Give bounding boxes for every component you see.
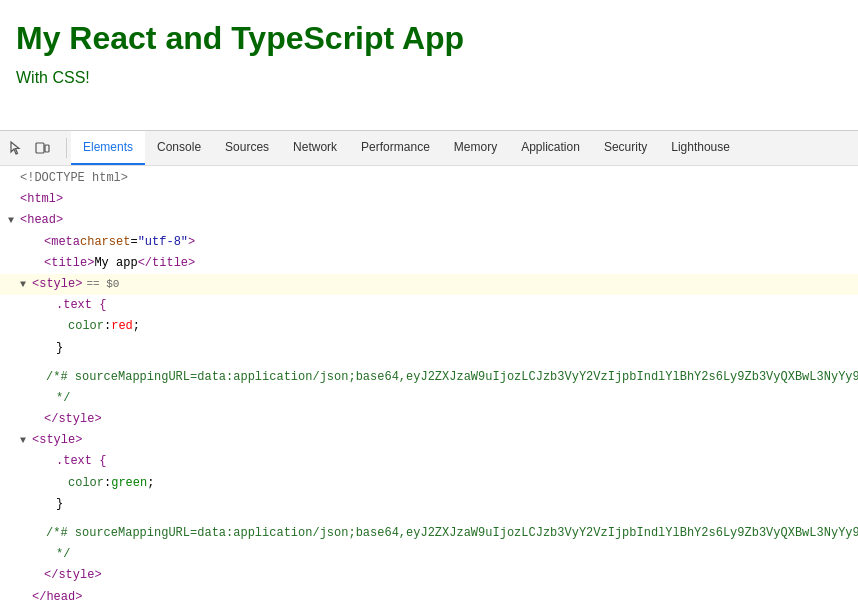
dom-html[interactable]: <html> [0,189,858,210]
tab-lighthouse[interactable]: Lighthouse [659,131,742,165]
triangle-style1[interactable] [20,277,30,293]
cursor-icon [8,140,24,156]
dom-style1-close[interactable]: </style> [0,409,858,430]
tab-security[interactable]: Security [592,131,659,165]
dom-comment1-line1[interactable]: /*# sourceMappingURL=data:application/js… [0,367,858,388]
dom-brace1-close[interactable]: } [0,338,858,359]
device-icon-btn[interactable] [30,136,54,160]
devtools-toolbar: Elements Console Sources Network Perform… [0,131,858,166]
tab-memory[interactable]: Memory [442,131,509,165]
dom-head-open[interactable]: <head> [0,210,858,231]
dom-head-close[interactable]: </head> [0,587,858,607]
device-icon [34,140,50,156]
dom-comment2-line1[interactable]: /*# sourceMappingURL=data:application/js… [0,523,858,544]
dom-style2-open[interactable]: <style> [0,430,858,451]
cursor-icon-btn[interactable] [4,136,28,160]
toolbar-separator [66,138,67,158]
svg-rect-1 [45,145,49,152]
devtools-panel: Elements Console Sources Network Perform… [0,130,858,607]
dom-doctype[interactable]: <!DOCTYPE html> [0,168,858,189]
dom-selector2[interactable]: .text { [0,451,858,472]
dom-selector1[interactable]: .text { [0,295,858,316]
devtools-tabs: Elements Console Sources Network Perform… [71,131,742,165]
tab-elements[interactable]: Elements [71,131,145,165]
tab-performance[interactable]: Performance [349,131,442,165]
dom-empty1 [0,359,858,367]
dom-meta[interactable]: <meta charset="utf-8"> [0,232,858,253]
dom-style1-open[interactable]: <style> == $0 [0,274,858,295]
dom-comment2-line2[interactable]: */ [0,544,858,565]
dom-title[interactable]: <title>My app</title> [0,253,858,274]
page-content: My React and TypeScript App With CSS! [0,0,858,130]
dom-empty2 [0,515,858,523]
tab-sources[interactable]: Sources [213,131,281,165]
dom-tree: <!DOCTYPE html> <html> <head> <meta char… [0,166,858,607]
triangle-head[interactable] [8,213,18,229]
dom-brace2-close[interactable]: } [0,494,858,515]
triangle-style2[interactable] [20,433,30,449]
dom-color-green[interactable]: color: green; [0,473,858,494]
svg-rect-0 [36,143,44,153]
tab-application[interactable]: Application [509,131,592,165]
toolbar-icons [4,136,54,160]
dom-color-red[interactable]: color: red; [0,316,858,337]
page-title: My React and TypeScript App [16,20,842,57]
page-subtitle: With CSS! [16,69,842,87]
tab-console[interactable]: Console [145,131,213,165]
tab-network[interactable]: Network [281,131,349,165]
dom-style2-close[interactable]: </style> [0,565,858,586]
dom-comment1-line2[interactable]: */ [0,388,858,409]
